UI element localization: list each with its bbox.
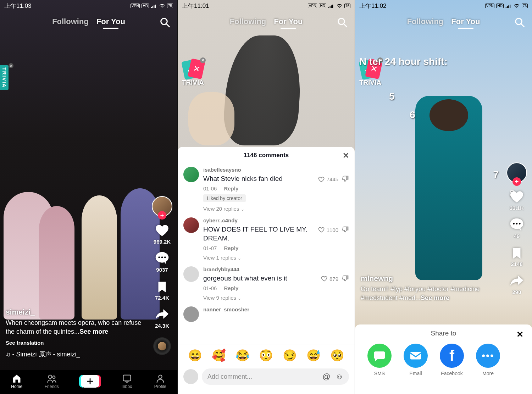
view-replies[interactable]: View 20 replies ⌄ [203, 206, 314, 212]
trivia-badge[interactable]: ✓✕✕ TRIVIA [182, 60, 204, 87]
emoji-quickbar: 😄🥰😂😳😏😅🥺 [178, 344, 355, 366]
comment-like[interactable]: 7445 [318, 176, 338, 183]
share-target-sms[interactable]: SMS [366, 344, 393, 376]
caption-block: simeizi_ When cheongsam meets opera, who… [6, 308, 142, 359]
email-icon [404, 344, 428, 368]
share-target-more[interactable]: •••More [474, 344, 502, 376]
reply-button[interactable]: Reply [224, 185, 238, 192]
tab-for-you[interactable]: For You [451, 17, 480, 26]
svg-line-1 [166, 24, 170, 27]
emoji-quick[interactable]: 😳 [259, 349, 273, 362]
search-button[interactable] [337, 17, 348, 29]
username[interactable]: simeizi_ [6, 308, 142, 316]
hd-badge: HD [496, 4, 503, 8]
bookmark-icon [509, 245, 524, 260]
nav-friends[interactable]: Friends [45, 373, 59, 389]
emoji-quick[interactable]: 😅 [306, 349, 321, 362]
heart-icon [509, 189, 524, 204]
commenter-avatar[interactable] [183, 266, 199, 282]
follow-plus-icon[interactable]: + [158, 211, 166, 220]
commenter-avatar[interactable] [183, 306, 199, 322]
emoji-quick[interactable]: 🥺 [330, 349, 344, 362]
trivia-close-icon[interactable]: ✕ [9, 63, 13, 68]
tab-following[interactable]: Following [407, 17, 444, 26]
comment-date: 01-06 [203, 285, 217, 291]
comment-dislike[interactable] [342, 175, 349, 183]
comments-sheet: 1146 comments ✕ isabellesaysno What Stev… [178, 147, 355, 394]
sound-marquee[interactable]: ♫ - Simeizi 原声 - simeizi_ [6, 350, 142, 359]
sound-disc[interactable] [153, 337, 171, 355]
close-icon[interactable]: ✕ [516, 329, 523, 339]
trivia-side-tag[interactable]: TRIVIA [0, 65, 9, 90]
tab-following[interactable]: Following [230, 17, 266, 26]
commenter-name[interactable]: isabellesaysno [203, 167, 314, 173]
nav-create[interactable] [81, 375, 99, 388]
emoji-quick[interactable]: 😄 [188, 349, 202, 362]
mention-icon[interactable]: @ [322, 372, 330, 381]
emoji-icon[interactable]: ☺ [336, 372, 343, 381]
more-icon: ••• [476, 344, 500, 368]
tab-for-you[interactable]: For You [96, 17, 125, 26]
comment-input-row: Add comment... @ ☺ [178, 366, 355, 394]
creator-avatar[interactable]: + [152, 196, 172, 217]
overlay-caption: N ter 24 hour shift: [359, 56, 528, 67]
comment-text: gorgeous but what even is it [203, 274, 316, 283]
hd-badge: HD [142, 4, 149, 8]
status-bar: 上午11:03 VPN HD 75 [0, 0, 177, 11]
emoji-quick[interactable]: 🥰 [212, 349, 226, 362]
svg-point-3 [158, 256, 160, 258]
signal-icon [328, 3, 334, 8]
commenter-avatar[interactable] [183, 217, 199, 233]
share-target-facebook[interactable]: fFacebook [438, 344, 466, 376]
see-more[interactable]: See more [421, 294, 449, 301]
close-icon[interactable]: ✕ [343, 151, 349, 160]
comment-input[interactable]: Add comment... @ ☺ [202, 368, 349, 385]
tab-following[interactable]: Following [52, 17, 89, 26]
nav-inbox[interactable]: Inbox [122, 373, 132, 389]
save-button[interactable]: 72.4K [155, 279, 170, 301]
comment-dislike[interactable] [342, 226, 349, 234]
username[interactable]: mlnewng [361, 274, 497, 283]
like-button[interactable]: 969.2K [154, 223, 171, 245]
search-button[interactable] [514, 17, 525, 29]
comment-like[interactable]: 879 [321, 275, 338, 282]
bookmark-icon [155, 279, 170, 294]
commenter-name[interactable]: nanner_smoosher [203, 306, 349, 312]
save-button[interactable]: 2148 [509, 245, 524, 267]
see-more[interactable]: See more [79, 328, 108, 335]
like-button[interactable]: 33.1K [509, 189, 524, 211]
comment-button[interactable]: 49 [509, 217, 524, 239]
comment-button[interactable]: 9037 [155, 251, 170, 273]
nav-home[interactable]: Home [11, 373, 22, 389]
share-button[interactable]: 290 [509, 273, 524, 295]
comment-like[interactable]: 1100 [318, 226, 338, 233]
nav-profile[interactable]: Profile [154, 373, 166, 389]
reply-button[interactable]: Reply [224, 245, 238, 251]
signal-icon [505, 3, 512, 8]
view-replies[interactable]: View 9 replies ⌄ [203, 295, 316, 301]
comments-list[interactable]: isabellesaysno What Stevie nicks fan die… [178, 164, 355, 344]
svg-point-5 [164, 256, 166, 258]
comment-item: isabellesaysno What Stevie nicks fan die… [183, 164, 349, 215]
emoji-quick[interactable]: 😂 [235, 349, 250, 362]
view-replies[interactable]: View 1 replies ⌄ [203, 255, 314, 261]
commenter-avatar[interactable] [183, 167, 199, 182]
comment-dislike[interactable] [342, 275, 349, 283]
emoji-quick[interactable]: 😏 [283, 349, 297, 362]
commenter-name[interactable]: brandybby444 [203, 266, 316, 272]
share-button[interactable]: 24.3K [155, 307, 170, 329]
search-button[interactable] [160, 17, 170, 29]
creator-avatar[interactable]: + [506, 162, 527, 183]
share-target-email[interactable]: Email [402, 344, 430, 376]
signal-icon [151, 3, 157, 8]
share-icon [155, 307, 170, 322]
action-rail: + 969.2K 9037 72.4K 24.3K [152, 196, 172, 355]
commenter-name[interactable]: cyberr..c4ndy [203, 217, 314, 223]
tab-for-you[interactable]: For You [274, 17, 303, 26]
share-targets: SMSEmailfFacebook•••More [362, 344, 525, 380]
see-translation[interactable]: See translation [6, 340, 142, 346]
comment-count: 9037 [156, 267, 168, 273]
reply-button[interactable]: Reply [224, 285, 238, 291]
wifi-icon [514, 3, 520, 8]
follow-plus-icon[interactable]: + [512, 177, 521, 186]
